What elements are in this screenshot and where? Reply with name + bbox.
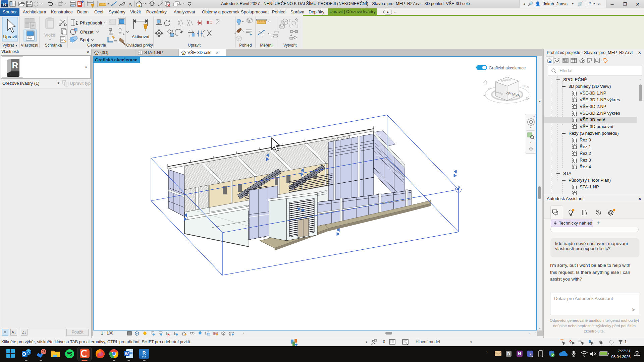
svg-text:R: R <box>3 2 6 7</box>
svg-text:Vložit: Vložit <box>44 33 55 38</box>
svg-text:Aktivovat: Aktivovat <box>132 34 150 39</box>
svg-text:1: 1 <box>124 2 125 4</box>
svg-text:25: 25 <box>42 350 46 354</box>
svg-text:Upravit: Upravit <box>3 34 17 39</box>
svg-text:R: R <box>142 350 146 356</box>
svg-text:N: N <box>518 351 521 356</box>
svg-text:W: W <box>125 352 129 356</box>
svg-text:Spoj: Spoj <box>80 37 89 42</box>
svg-text:Přizpůsobit: Přizpůsobit <box>80 20 102 25</box>
svg-text:z: z <box>636 352 638 355</box>
svg-text:R: R <box>12 60 18 70</box>
svg-text:JIH: JIH <box>488 87 492 90</box>
svg-text:D: D <box>507 352 510 356</box>
svg-text:A: A <box>128 1 132 8</box>
svg-text:Ořezat: Ořezat <box>80 29 94 35</box>
svg-text:RVT: RVT <box>142 356 146 358</box>
svg-text:VÝCH: VÝCH <box>522 84 529 88</box>
